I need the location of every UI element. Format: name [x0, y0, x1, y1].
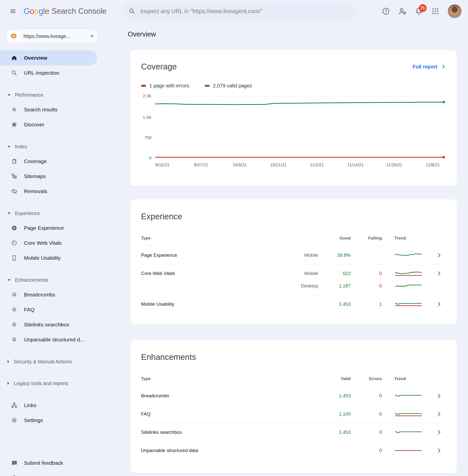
sidebar-item-submit-feedback[interactable]: Submit feedback: [0, 456, 105, 471]
table-row-faq[interactable]: FAQ1,1000: [141, 405, 446, 423]
apps-button[interactable]: [429, 5, 442, 18]
sidebar-item-search-results[interactable]: G Search results: [0, 102, 105, 117]
topbar-actions: ? 71: [379, 4, 462, 18]
sidebar-item-removals[interactable]: Removals: [0, 184, 105, 199]
device-label: [281, 298, 318, 310]
table-row-mobile-usability[interactable]: Mobile Usability1,4531: [141, 295, 446, 313]
menu-button[interactable]: [7, 5, 19, 17]
valid-column: 1,453: [318, 390, 351, 402]
sidebar-section-legacy-tools[interactable]: Legacy tools and reports: [0, 376, 105, 391]
sidebar-item-page-experience[interactable]: Page Experience: [0, 221, 105, 236]
coverage-legend: 1 page with errors 2,079 valid pages: [141, 83, 446, 89]
coverage-chart: 2.3K1.5K7500 9/15/219/27/2110/9/2110/21/…: [156, 96, 444, 170]
errors-column: 0: [351, 408, 382, 420]
full-report-label: Full report: [413, 64, 437, 70]
errors-column: 0: [351, 426, 382, 439]
layers-icon: [11, 306, 17, 313]
trend-sparkline: [394, 392, 422, 399]
row-chevron[interactable]: [432, 426, 446, 439]
pages-icon: [11, 158, 17, 165]
valid-column: 1,100: [318, 408, 351, 420]
trend-column: [382, 408, 432, 420]
notification-badge: 71: [419, 4, 427, 12]
sidebar-section-performance[interactable]: Performance: [0, 88, 105, 102]
sidebar-section-experience[interactable]: Experience: [0, 206, 105, 221]
row-chevron[interactable]: [432, 390, 446, 402]
avatar[interactable]: [448, 4, 462, 18]
sidebar-item-core-web-vitals[interactable]: Core Web Vitals: [0, 236, 105, 250]
section-label: Index: [15, 144, 27, 150]
sidebar-divider: [5, 269, 93, 269]
coverage-full-report-link[interactable]: Full report: [413, 64, 446, 70]
row-chevron[interactable]: [432, 408, 446, 420]
failing-value: 0: [351, 280, 382, 292]
x-axis-label: 9/15/21: [155, 163, 169, 168]
sidebar-item-label: Core Web Vitals: [24, 240, 62, 246]
y-axis-label: 0: [149, 156, 156, 161]
row-chevron[interactable]: [432, 444, 446, 457]
sidebar-item-links[interactable]: Links: [0, 398, 105, 413]
x-axis-label: 12/8/21: [426, 163, 440, 168]
topbar: Google Search Console ? 71: [0, 0, 468, 22]
notifications-button[interactable]: 71: [412, 5, 425, 18]
search-icon: [11, 70, 17, 76]
sidebar-item-sitelinks-searchbox[interactable]: Sitelinks searchbox: [0, 317, 105, 332]
section-label: Enhancements: [15, 277, 48, 283]
table-row-unparsable-structured-data[interactable]: Unparsable structured data0: [141, 442, 446, 460]
table-row-page-experience[interactable]: Page ExperienceMobile39.8%: [141, 246, 446, 264]
sidebar-section-security-manual-actions[interactable]: Security & Manual Actions: [0, 354, 105, 369]
sidebar-item-coverage[interactable]: Coverage: [0, 154, 105, 169]
y-axis-label: 750: [145, 135, 156, 140]
row-chevron[interactable]: [432, 298, 446, 310]
google-logo-letter: g: [39, 6, 43, 16]
discover-asterisk-icon: [11, 121, 17, 128]
sidebar-section-index[interactable]: Index: [0, 139, 105, 154]
sidebar-section-enhancements[interactable]: Enhancements: [0, 273, 105, 287]
app-logo[interactable]: Google Search Console: [23, 6, 107, 16]
row-chevron[interactable]: [432, 267, 446, 280]
url-inspect-searchbar[interactable]: [123, 3, 356, 19]
legend-label: 1 page with errors: [149, 83, 189, 89]
sidebar-item-mobile-usability[interactable]: Mobile Usability: [0, 250, 105, 265]
good-value: 39.8%: [318, 249, 351, 261]
sidebar-item-settings[interactable]: Settings: [0, 413, 105, 428]
chevron-right-icon: [441, 64, 446, 69]
device-label: Desktop: [281, 280, 318, 292]
table-row-breadcrumbs[interactable]: Breadcrumbs1,4530: [141, 387, 446, 405]
apps-grid-icon: [431, 7, 439, 15]
main-content: Overview Coverage Full report 1 page wit…: [105, 22, 468, 476]
manage-users-button[interactable]: [396, 5, 409, 18]
caret-down-icon: [7, 213, 10, 214]
layers-icon: [11, 321, 17, 328]
sidebar-item-overview[interactable]: Overview: [0, 50, 97, 65]
sidebar-item-discover[interactable]: Discover: [0, 117, 105, 132]
sidebar-item-faq[interactable]: FAQ: [0, 302, 105, 317]
property-selector[interactable]: @ https://www.liveage...: [5, 28, 99, 44]
sidebar-item-about-search-console[interactable]: About Search Console: [0, 471, 105, 476]
row-chevron[interactable]: [432, 249, 446, 261]
errors-value: 0: [351, 390, 382, 402]
table-row-sitelinks-searchbox[interactable]: Sitelinks searchbox1,4530: [141, 423, 446, 442]
table-row-core-web-vitals[interactable]: Core Web VitalsMobileDesktop6221,18700: [141, 264, 446, 295]
svg-text:@: @: [12, 34, 16, 38]
sidebar-item-breadcrumbs[interactable]: Breadcrumbs: [0, 287, 105, 302]
search-input[interactable]: [140, 8, 353, 15]
failing-value: 0: [351, 267, 382, 280]
coverage-card-title: Coverage: [141, 62, 177, 71]
sidebar-nav: Overview URL inspection Performance G Se…: [0, 50, 105, 476]
section-label: Legacy tools and reports: [14, 381, 68, 386]
column-header-type: Type: [141, 236, 281, 241]
sidebar-item-label: Sitelinks searchbox: [24, 322, 69, 328]
sidebar-item-unparsable-structured-data[interactable]: Unparsable structured d...: [0, 332, 105, 347]
enhancements-card: Enhancements Type Valid Errors Trend Bre…: [131, 340, 457, 473]
sidebar-item-url-inspection[interactable]: URL inspection: [0, 65, 105, 80]
help-button[interactable]: ?: [379, 5, 392, 18]
sidebar-divider: [5, 202, 93, 203]
valid-value: 1,100: [318, 408, 351, 420]
search-icon: [129, 8, 136, 15]
sidebar-item-label: Removals: [24, 188, 47, 194]
home-icon: [11, 55, 17, 61]
sidebar-item-label: Breadcrumbs: [24, 292, 55, 298]
sidebar-item-sitemaps[interactable]: Sitemaps: [0, 169, 105, 184]
person-gear-icon: [398, 7, 407, 16]
